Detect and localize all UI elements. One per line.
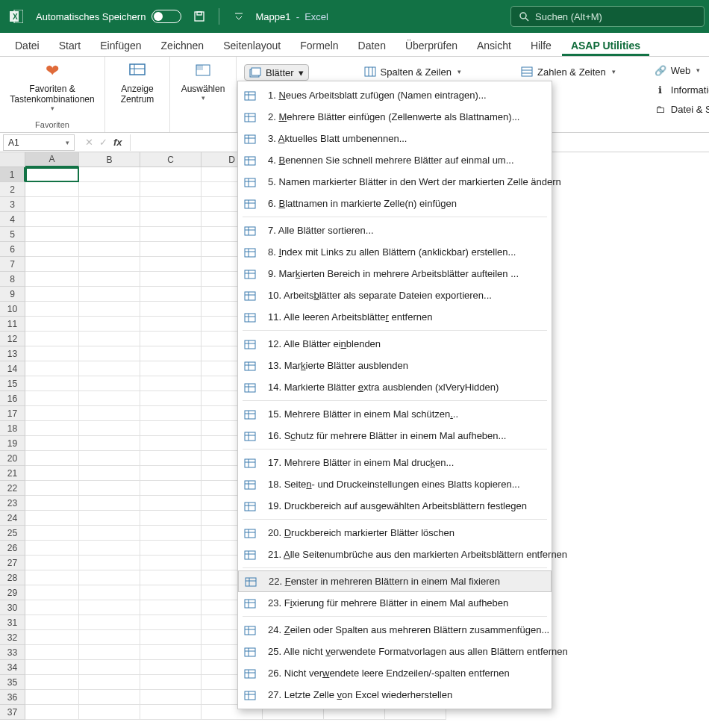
row-header[interactable]: 31 — [0, 615, 25, 630]
cell[interactable] — [140, 406, 202, 421]
cell[interactable] — [140, 346, 202, 361]
cell[interactable] — [140, 242, 202, 257]
row-header[interactable]: 16 — [0, 391, 25, 406]
menu-item-17[interactable]: 17. Mehrere Blätter in einem Mal drucken… — [238, 452, 552, 473]
cell[interactable] — [25, 406, 79, 421]
row-header[interactable]: 25 — [0, 526, 25, 541]
file-system-button[interactable]: 🗀Datei & System▾ — [652, 102, 709, 116]
cell[interactable] — [79, 227, 140, 242]
cell[interactable] — [25, 391, 79, 406]
cell[interactable] — [25, 302, 79, 317]
cell[interactable] — [25, 361, 79, 376]
cell[interactable] — [25, 167, 79, 182]
menu-item-18[interactable]: 18. Seiten- und Druckeinstellungen eines… — [238, 473, 552, 495]
menu-item-20[interactable]: 20. Druckbereich markierter Blätter lösc… — [238, 522, 552, 544]
cell[interactable] — [25, 376, 79, 391]
menu-item-26[interactable]: 26. Nicht verwendete leere Endzeilen/-sp… — [238, 662, 552, 684]
cell[interactable] — [79, 391, 140, 406]
cell[interactable] — [140, 391, 202, 406]
cell[interactable] — [79, 167, 140, 182]
column-header[interactable]: C — [140, 152, 202, 167]
row-header[interactable]: 8 — [0, 272, 25, 287]
cell[interactable] — [25, 257, 79, 272]
cell[interactable] — [140, 257, 202, 272]
menu-item-24[interactable]: 24. Zeilen oder Spalten aus mehreren Blä… — [238, 619, 552, 641]
row-header[interactable]: 4 — [0, 212, 25, 227]
tab-start[interactable]: Start — [50, 35, 90, 56]
menu-item-14[interactable]: 14. Markierte Blätter extra ausblenden (… — [238, 376, 552, 398]
web-button[interactable]: 🔗Web▾ — [652, 63, 704, 78]
menu-item-8[interactable]: 8. Index mit Links zu allen Blättern (an… — [238, 241, 552, 263]
cell[interactable] — [79, 511, 140, 526]
cell[interactable] — [140, 451, 202, 466]
cell[interactable] — [79, 197, 140, 212]
row-header[interactable]: 27 — [0, 556, 25, 570]
row-header[interactable]: 22 — [0, 481, 25, 496]
menu-item-9[interactable]: 9. Markierten Bereich in mehrere Arbeits… — [238, 263, 552, 284]
cell[interactable] — [79, 421, 140, 436]
menu-item-1[interactable]: 1. Neues Arbeitsblatt zufügen (Namen ein… — [238, 84, 552, 106]
cell[interactable] — [79, 526, 140, 541]
menu-item-16[interactable]: 16. Schutz für mehrere Blätter in einem … — [238, 425, 552, 447]
toggle-switch[interactable] — [152, 10, 181, 23]
cell[interactable] — [79, 302, 140, 317]
cell[interactable] — [79, 466, 140, 481]
row-header[interactable]: 35 — [0, 675, 25, 690]
cell[interactable] — [25, 675, 79, 690]
cell[interactable] — [140, 615, 202, 630]
cell[interactable] — [140, 227, 202, 242]
autosave-toggle[interactable]: Automatisches Speichern — [36, 10, 181, 23]
cell[interactable] — [25, 242, 79, 257]
cell[interactable] — [79, 317, 140, 332]
cell[interactable] — [140, 332, 202, 346]
favorites-button[interactable]: ❤ Favoriten & Tastenkombinationen ▾ — [7, 61, 97, 112]
row-header[interactable]: 11 — [0, 317, 25, 332]
row-header[interactable]: 3 — [0, 197, 25, 212]
cell[interactable] — [79, 556, 140, 570]
cell[interactable] — [140, 182, 202, 197]
cell[interactable] — [25, 317, 79, 332]
cell[interactable] — [140, 675, 202, 690]
select-button[interactable]: Auswählen ▾ — [178, 61, 228, 102]
row-header[interactable]: 36 — [0, 690, 25, 705]
cell[interactable] — [79, 376, 140, 391]
cell[interactable] — [25, 645, 79, 660]
row-header[interactable]: 29 — [0, 585, 25, 600]
cell[interactable] — [25, 227, 79, 242]
cell[interactable] — [25, 615, 79, 630]
tab-zeichnen[interactable]: Zeichnen — [152, 35, 213, 56]
cell[interactable] — [25, 287, 79, 302]
row-header[interactable]: 21 — [0, 466, 25, 481]
tab-einfügen[interactable]: Einfügen — [91, 35, 150, 56]
cell[interactable] — [140, 526, 202, 541]
sheets-split-button[interactable]: Blätter▾ — [244, 64, 309, 81]
cell[interactable] — [79, 272, 140, 287]
cell[interactable] — [140, 600, 202, 615]
row-header[interactable]: 13 — [0, 346, 25, 361]
cell[interactable] — [25, 556, 79, 570]
row-header[interactable]: 12 — [0, 332, 25, 346]
cell[interactable] — [79, 690, 140, 705]
tab-überprüfen[interactable]: Überprüfen — [396, 35, 466, 56]
cell[interactable] — [140, 541, 202, 556]
cell[interactable] — [140, 302, 202, 317]
cell[interactable] — [25, 481, 79, 496]
menu-item-5[interactable]: 5. Namen markierter Blätter in den Wert … — [238, 171, 552, 193]
menu-item-15[interactable]: 15. Mehrere Blätter in einem Mal schütze… — [238, 403, 552, 425]
cell[interactable] — [79, 570, 140, 585]
cell[interactable] — [25, 705, 79, 720]
row-header[interactable]: 28 — [0, 570, 25, 585]
cell[interactable] — [79, 541, 140, 556]
cell[interactable] — [140, 212, 202, 227]
cell[interactable] — [79, 212, 140, 227]
cell[interactable] — [79, 287, 140, 302]
menu-item-12[interactable]: 12. Alle Blätter einblenden — [238, 333, 552, 355]
menu-item-11[interactable]: 11. Alle leeren Arbeitsblätter entfernen — [238, 306, 552, 328]
tab-datei[interactable]: Datei — [6, 35, 49, 56]
cell[interactable] — [79, 660, 140, 675]
tab-asap-utilities[interactable]: ASAP Utilities — [562, 35, 649, 56]
customize-qat-icon[interactable] — [231, 9, 246, 24]
columns-rows-button[interactable]: Spalten & Zeilen▾ — [361, 64, 464, 79]
cell[interactable] — [140, 197, 202, 212]
cell[interactable] — [140, 496, 202, 511]
